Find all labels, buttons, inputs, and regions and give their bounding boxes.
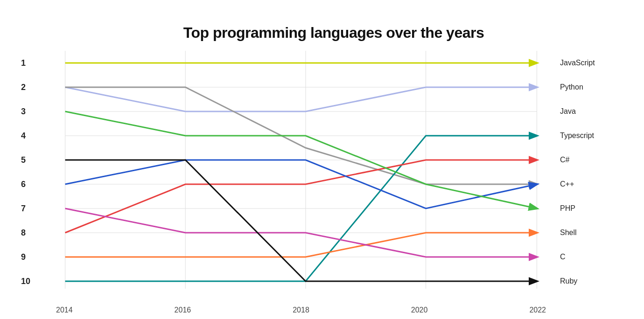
legend-item-javascript: JavaScript [560,51,621,75]
y-label-8: 8 [21,221,30,245]
line-ruby [65,160,537,281]
chart-title: Top programming languages over the years [47,24,621,42]
y-label-6: 6 [21,172,30,196]
y-label-9: 9 [21,245,30,269]
y-label-5: 5 [21,148,30,172]
y-label-4: 4 [21,124,30,148]
legend-item-c++: C++ [560,172,621,196]
y-label-7: 7 [21,196,30,221]
legend-item-java: Java [560,99,621,124]
line-csharp [65,160,537,233]
line-python [65,87,537,111]
x-label-2014: 2014 [56,306,73,314]
legend-item-c#: C# [560,148,621,172]
y-label-2: 2 [21,75,30,99]
x-label-2018: 2018 [293,306,309,314]
legend-item-shell: Shell [560,221,621,245]
y-label-1: 1 [21,51,30,75]
x-label-2020: 2020 [411,306,428,314]
y-label-10: 10 [21,269,30,293]
chart-svg [47,51,555,293]
legend-item-php: PHP [560,196,621,221]
legend-item-typescript: Typescript [560,124,621,148]
line-shell [65,233,537,257]
legend-item-ruby: Ruby [560,269,621,293]
legend: JavaScriptPythonJavaTypescriptC#C++PHPSh… [560,51,621,293]
legend-item-c: C [560,245,621,269]
x-label-2016: 2016 [175,306,191,314]
chart-container: Top programming languages over the years… [14,10,630,309]
y-label-3: 3 [21,99,30,124]
chart-area: 12345678910 [47,51,621,293]
x-axis: 20142016201820202022 [47,306,555,314]
x-label-2022: 2022 [529,306,546,314]
y-axis: 12345678910 [21,51,30,293]
legend-item-python: Python [560,75,621,99]
